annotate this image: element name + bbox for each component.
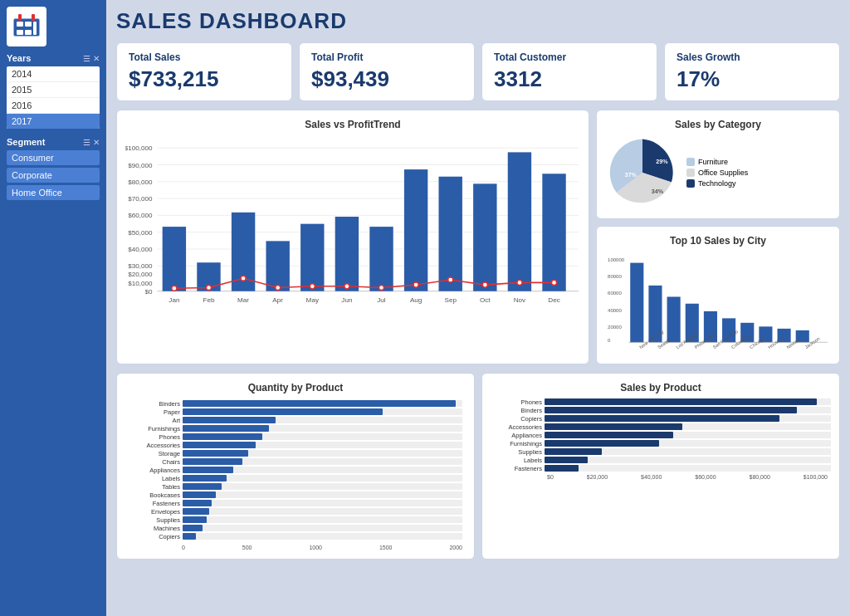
sales-bar-track <box>545 432 831 438</box>
svg-text:$70,000: $70,000 <box>128 195 153 203</box>
year-2016[interactable]: 2016 <box>7 98 100 114</box>
segment-home-office[interactable]: Home Office <box>7 185 100 200</box>
sales-x40: $40,000 <box>641 474 662 480</box>
svg-text:Aug: Aug <box>410 296 422 304</box>
qty-x1500: 1500 <box>379 545 393 550</box>
bottom-charts-row: Quantity by Product BindersPaperArtFurni… <box>116 373 840 560</box>
cities-chart-svg: 100000 80000 60000 40000 20000 0 <box>605 252 831 352</box>
qty-bar-label: Accessories <box>129 442 180 449</box>
qty-bar-row: Machines <box>129 525 462 532</box>
year-2014[interactable]: 2014 <box>7 66 100 82</box>
qty-bar-fill <box>183 491 216 498</box>
sales-bar-track <box>545 465 831 472</box>
qty-bar-fill <box>183 516 207 523</box>
svg-text:Apr: Apr <box>272 296 283 304</box>
svg-rect-1 <box>17 22 23 27</box>
qty-bar-track <box>183 467 462 473</box>
main-content: SALES DASHBOARD Total Sales $733,215 Tot… <box>106 0 850 616</box>
segment-clear-icon[interactable]: ✕ <box>93 138 100 147</box>
segment-filter-section: Segment ☰ ✕ Consumer Corporate Home Offi… <box>7 137 100 200</box>
qty-bar-fill <box>183 442 256 448</box>
sales-x80: $80,000 <box>749 474 769 480</box>
svg-text:Jun: Jun <box>341 296 352 304</box>
sales-bar-fill <box>545 423 682 430</box>
qty-bar-fill <box>183 400 456 407</box>
svg-rect-32 <box>300 224 324 291</box>
sales-bar-row: Accessories <box>491 423 831 431</box>
qty-bar-fill <box>183 467 233 473</box>
qty-bar-fill <box>183 508 209 515</box>
svg-point-47 <box>413 282 418 287</box>
svg-text:Mar: Mar <box>237 296 249 304</box>
segment-list-icon[interactable]: ☰ <box>83 138 90 147</box>
svg-point-40 <box>172 286 177 291</box>
qty-bar-label: Labels <box>129 475 180 482</box>
sales-bar-fill <box>545 440 659 447</box>
sales-bar-fill <box>545 457 588 463</box>
sales-bar-row: Furnishings <box>491 440 831 447</box>
qty-bar-label: Machines <box>129 525 180 532</box>
qty-bar-track <box>183 525 462 531</box>
sales-bar-label: Furnishings <box>491 440 542 447</box>
furniture-color <box>686 158 695 166</box>
sales-bar-track <box>545 448 831 455</box>
svg-rect-28 <box>163 227 186 291</box>
sales-bar-label: Binders <box>491 407 542 414</box>
svg-point-46 <box>379 286 383 291</box>
sales-bar-track <box>545 398 831 405</box>
sales-bar-track <box>545 407 831 413</box>
qty-bar-track <box>183 417 462 423</box>
qty-bar-fill <box>183 500 212 506</box>
svg-text:$20,000: $20,000 <box>128 271 153 278</box>
sales-bar-label: Phones <box>491 398 542 406</box>
svg-text:29%: 29% <box>656 158 668 165</box>
year-2017[interactable]: 2017 <box>7 114 100 129</box>
svg-text:Jul: Jul <box>377 296 386 304</box>
svg-point-41 <box>206 286 211 291</box>
qty-bar-fill <box>183 433 262 440</box>
svg-text:80000: 80000 <box>608 274 622 279</box>
qty-bar-track <box>183 508 462 515</box>
kpi-total-customer-value: 3312 <box>494 66 645 92</box>
qty-bar-label: Bookcases <box>129 491 180 499</box>
sales-bar-row: Binders <box>491 407 831 414</box>
qty-bar-label: Tables <box>129 483 180 491</box>
qty-bar-track <box>183 533 462 540</box>
years-list-icon[interactable]: ☰ <box>83 54 90 63</box>
svg-rect-31 <box>266 241 289 291</box>
qty-bar-fill <box>183 533 196 540</box>
svg-point-50 <box>517 280 522 285</box>
svg-text:Jan: Jan <box>169 296 179 304</box>
svg-point-43 <box>276 286 281 291</box>
sales-bar-label: Copiers <box>491 415 542 423</box>
sales-bar-row: Fasteners <box>491 465 831 472</box>
segment-corporate[interactable]: Corporate <box>7 168 100 183</box>
sales-x60: $60,000 <box>695 474 716 480</box>
qty-bar-fill <box>183 425 269 432</box>
segment-filter-header: Segment ☰ ✕ <box>7 137 100 147</box>
svg-rect-37 <box>473 183 496 291</box>
office-label: Office Supplies <box>698 169 748 177</box>
sales-bar-track <box>545 423 831 430</box>
segment-consumer[interactable]: Consumer <box>7 150 100 165</box>
svg-text:$50,000: $50,000 <box>128 229 153 237</box>
top10-cities-title: Top 10 Sales by City <box>605 235 831 247</box>
dashboard-title: SALES DASHBOARD <box>116 8 840 34</box>
qty-bars-container: BindersPaperArtFurnishingsPhonesAccessor… <box>125 398 466 543</box>
svg-rect-3 <box>17 30 23 35</box>
sales-bar-fill <box>545 448 602 455</box>
svg-text:$100,000: $100,000 <box>125 144 153 152</box>
svg-rect-34 <box>369 227 393 291</box>
years-clear-icon[interactable]: ✕ <box>93 54 100 63</box>
svg-text:Feb: Feb <box>203 296 214 304</box>
sales-trend-title: Sales vs ProfitTrend <box>125 119 580 130</box>
right-charts: Sales by Category <box>596 110 840 364</box>
sales-bar-label: Supplies <box>491 448 542 456</box>
qty-bar-track <box>183 516 462 523</box>
kpi-total-profit-value: $93,439 <box>311 66 462 92</box>
year-2015[interactable]: 2015 <box>7 82 100 98</box>
qty-bar-track <box>183 400 462 407</box>
qty-bars: BindersPaperArtFurnishingsPhonesAccessor… <box>129 400 462 541</box>
qty-bar-row: Accessories <box>129 442 462 449</box>
sales-bar-fill <box>545 398 817 405</box>
